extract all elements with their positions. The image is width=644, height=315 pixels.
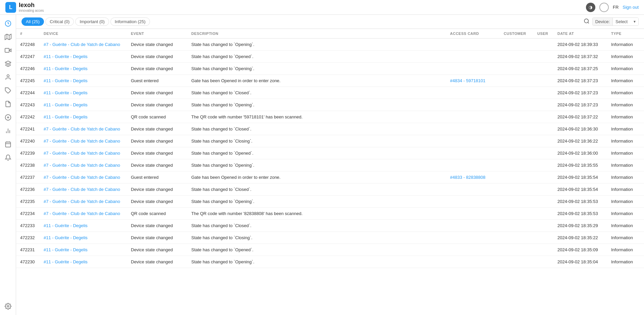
access-card-link[interactable]: #4833 - 82838808 [450, 175, 486, 180]
cell-id: 472230 [16, 256, 40, 268]
cell-user [533, 135, 553, 147]
col-header-event: EVENT [127, 29, 187, 39]
device-link[interactable]: #7 - Guérite - Club de Yatch de Cabano [44, 163, 120, 168]
cell-date: 2024-09-02 18:35:29 [553, 220, 607, 232]
cell-access-card [446, 39, 500, 51]
access-card-link[interactable]: #4834 - 59718101 [450, 78, 486, 83]
device-link[interactable]: #7 - Guérite - Club de Yatch de Cabano [44, 175, 120, 180]
cell-date: 2024-09-02 18:37:23 [553, 99, 607, 111]
device-select[interactable]: Select [613, 18, 639, 25]
cell-id: 472235 [16, 196, 40, 208]
table-row: 472230 #11 - Guérite - Degelis Device st… [16, 256, 644, 268]
filter-tab-all[interactable]: All (25) [21, 17, 44, 26]
sidebar-item-calendar[interactable] [2, 138, 14, 150]
cell-id: 472236 [16, 183, 40, 196]
device-link[interactable]: #11 - Guérite - Degelis [44, 90, 88, 95]
language-button[interactable]: FR [613, 5, 618, 10]
cell-event: Device state changed [127, 196, 187, 208]
cell-event: Device state changed [127, 63, 187, 75]
cell-user [533, 63, 553, 75]
cell-device: #7 - Guérite - Club de Yatch de Cabano [40, 171, 127, 183]
cell-access-card [446, 183, 500, 196]
table-row: 472238 #7 - Guérite - Club de Yatch de C… [16, 159, 644, 171]
device-link[interactable]: #7 - Guérite - Club de Yatch de Cabano [44, 139, 120, 144]
sidebar-item-money[interactable] [2, 111, 14, 123]
circle-button[interactable] [599, 3, 609, 12]
sidebar-item-clock[interactable] [2, 17, 14, 30]
layout: All (25) Critical (0) Important (0) Info… [0, 15, 644, 315]
cell-access-card [446, 220, 500, 232]
cell-device: #7 - Guérite - Club de Yatch de Cabano [40, 39, 127, 51]
search-button[interactable] [584, 18, 590, 25]
device-link[interactable]: #7 - Guérite - Club de Yatch de Cabano [44, 42, 120, 47]
sidebar-item-camera[interactable] [2, 44, 14, 56]
cell-date: 2024-09-02 18:35:54 [553, 183, 607, 196]
cell-customer [500, 147, 533, 159]
events-table-container[interactable]: # DEVICE EVENT DESCRIPTION ACCESS CARD C… [16, 29, 644, 315]
cell-id: 472248 [16, 39, 40, 51]
sidebar-item-settings[interactable] [2, 300, 14, 312]
device-link[interactable]: #11 - Guérite - Degelis [44, 259, 88, 264]
cell-description: Gate has been Opened in order to enter z… [187, 171, 446, 183]
cell-description: State has changed to `Closed`. [187, 183, 446, 196]
filter-tab-important[interactable]: Important (0) [75, 17, 109, 26]
svg-rect-5 [5, 48, 9, 52]
cell-access-card [446, 232, 500, 244]
filter-tab-information[interactable]: Information (25) [110, 17, 150, 26]
cell-user [533, 220, 553, 232]
header-right: ◑ FR Sign out [586, 3, 639, 12]
sidebar-item-document[interactable] [2, 98, 14, 110]
cell-description: The QR code with number '82838808' has b… [187, 208, 446, 220]
cell-event: Device state changed [127, 135, 187, 147]
svg-marker-6 [5, 61, 11, 64]
cell-access-card [446, 87, 500, 99]
cell-id: 472232 [16, 232, 40, 244]
sidebar-item-map[interactable] [2, 31, 14, 43]
cell-id: 472244 [16, 87, 40, 99]
device-link[interactable]: #7 - Guérite - Club de Yatch de Cabano [44, 187, 120, 192]
device-link[interactable]: #11 - Guérite - Degelis [44, 223, 88, 228]
sidebar-item-bell[interactable] [2, 152, 14, 164]
sidebar [0, 15, 16, 315]
theme-toggle-button[interactable]: ◑ [586, 3, 595, 12]
col-header-device: DEVICE [40, 29, 127, 39]
cell-type: Information [607, 196, 644, 208]
table-row: 472236 #7 - Guérite - Club de Yatch de C… [16, 183, 644, 196]
device-link[interactable]: #7 - Guérite - Club de Yatch de Cabano [44, 151, 120, 156]
device-link[interactable]: #7 - Guérite - Club de Yatch de Cabano [44, 211, 120, 216]
sidebar-item-tag[interactable] [2, 85, 14, 97]
sidebar-item-person[interactable] [2, 71, 14, 83]
svg-line-21 [588, 22, 589, 23]
filter-right: Device: Select ▼ [584, 17, 639, 26]
device-link[interactable]: #11 - Guérite - Degelis [44, 66, 88, 71]
device-link[interactable]: #11 - Guérite - Degelis [44, 235, 88, 240]
device-link[interactable]: #11 - Guérite - Degelis [44, 102, 88, 107]
device-link[interactable]: #11 - Guérite - Degelis [44, 54, 88, 59]
cell-customer [500, 256, 533, 268]
cell-device: #11 - Guérite - Degelis [40, 75, 127, 87]
table-row: 472242 #11 - Guérite - Degelis QR code s… [16, 111, 644, 123]
cell-access-card [446, 51, 500, 63]
cell-date: 2024-09-02 18:37:25 [553, 63, 607, 75]
cell-event: Device state changed [127, 256, 187, 268]
cell-type: Information [607, 99, 644, 111]
cell-user [533, 183, 553, 196]
device-link[interactable]: #7 - Guérite - Club de Yatch de Cabano [44, 199, 120, 204]
table-row: 472239 #7 - Guérite - Club de Yatch de C… [16, 147, 644, 159]
main-content: All (25) Critical (0) Important (0) Info… [16, 15, 644, 315]
device-link[interactable]: #11 - Guérite - Degelis [44, 247, 88, 252]
device-link[interactable]: #11 - Guérite - Degelis [44, 114, 88, 119]
filter-tab-critical[interactable]: Critical (0) [45, 17, 74, 26]
sidebar-item-chart[interactable] [2, 125, 14, 137]
cell-id: 472243 [16, 99, 40, 111]
cell-device: #11 - Guérite - Degelis [40, 51, 127, 63]
table-header-row: # DEVICE EVENT DESCRIPTION ACCESS CARD C… [16, 29, 644, 39]
table-row: 472248 #7 - Guérite - Club de Yatch de C… [16, 39, 644, 51]
sidebar-item-layers[interactable] [2, 58, 14, 70]
device-link[interactable]: #11 - Guérite - Degelis [44, 78, 88, 83]
device-link[interactable]: #7 - Guérite - Club de Yatch de Cabano [44, 126, 120, 132]
cell-access-card [446, 99, 500, 111]
signout-button[interactable]: Sign out [623, 5, 639, 10]
cell-event: Device state changed [127, 99, 187, 111]
cell-device: #7 - Guérite - Club de Yatch de Cabano [40, 147, 127, 159]
